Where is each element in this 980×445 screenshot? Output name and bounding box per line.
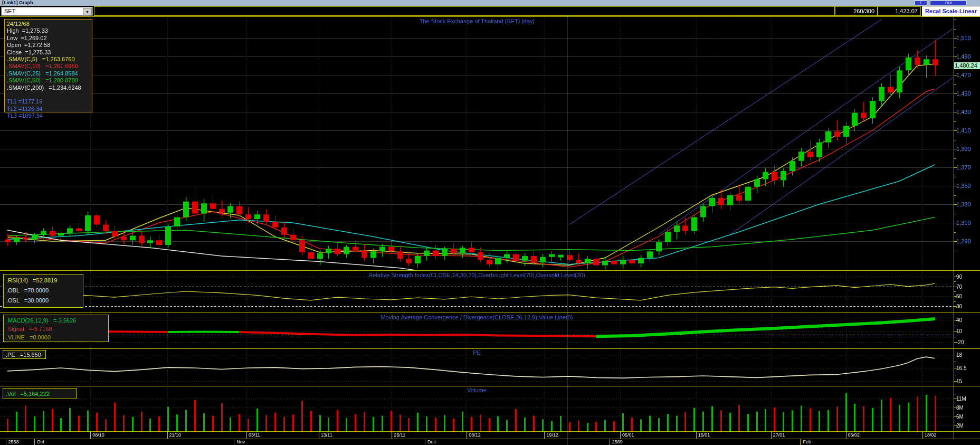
legend-line: .SMAV(C,10) =1,261.6950: [7, 63, 90, 70]
recal-scale-button[interactable]: Recal Scale-Linear: [922, 6, 980, 16]
chevron-down-icon[interactable]: ▼: [83, 8, 92, 16]
legend-line: .SMAV(C,25) =1,264.8584: [7, 70, 90, 77]
legend-line: Low =1,269.02: [7, 35, 90, 42]
symbol-dropdown[interactable]: SET ▼: [1, 7, 93, 16]
window-title: [Link1] Graph: [2, 0, 33, 5]
legend-line: .VLINE =0.0000: [6, 333, 106, 342]
pe-legend-box: .PE =15.650: [3, 350, 46, 359]
legend-line: Close =1,275.33: [7, 49, 90, 56]
legend-line: [7, 91, 90, 98]
legend-line: .PE =15.650: [6, 352, 43, 358]
window-button-1[interactable]: F: [915, 1, 927, 5]
legend-line: TL3 =1097.94: [7, 112, 90, 119]
last-price-tag: 1,480.24: [954, 62, 980, 69]
legend-line: TL1 =1177.19: [7, 98, 90, 105]
legend-line: .SMAV(C,200) =1,234.6248: [7, 84, 90, 91]
toolbar-message-box: [94, 6, 835, 16]
legend-line: .MACD(26,12,9) =-3.5626: [6, 316, 106, 325]
legend-line: .Vol =5,164,222: [6, 390, 73, 398]
legend-line: Open =1,272.58: [7, 42, 90, 49]
legend-line: .Signal =-5.7168: [6, 325, 106, 333]
legend-line: .OSL =30.0000: [6, 296, 80, 306]
legend-line: TL2 =1126.34: [7, 106, 90, 112]
legend-line: .OBL =70.0000: [6, 286, 80, 296]
volume-legend-box: .Vol =5,164,222: [3, 388, 77, 399]
legend-line: .SMAV(C,50) =1,280.8780: [7, 77, 90, 84]
bar-counter: 260/300: [835, 6, 878, 16]
chart-canvas[interactable]: [0, 0, 980, 445]
legend-line: .RSI(14) =52.8819: [6, 276, 80, 286]
legend-line: 24/12/68: [7, 21, 90, 27]
legend-line: High =1,275.33: [7, 27, 90, 34]
legend-line: .SMAV(C,5) =1,263.6760: [7, 56, 90, 63]
rsi-legend-box: .RSI(14) =52.8819.OBL =70.0000.OSL =30.0…: [3, 274, 83, 308]
symbol-value: SET: [4, 8, 15, 14]
window-titlebar[interactable]: [Link1] Graph: [0, 0, 980, 6]
macd-legend-box: .MACD(26,12,9) =-3.5626.Signal =-5.7168.…: [3, 315, 109, 342]
crosshair-line: [567, 16, 567, 445]
window-button-2[interactable]: OUI: [930, 1, 967, 5]
last-value-box: 1,423.07: [878, 6, 921, 16]
ohlc-legend-box: 24/12/68High =1,275.33Low =1,269.02Open …: [4, 19, 92, 112]
